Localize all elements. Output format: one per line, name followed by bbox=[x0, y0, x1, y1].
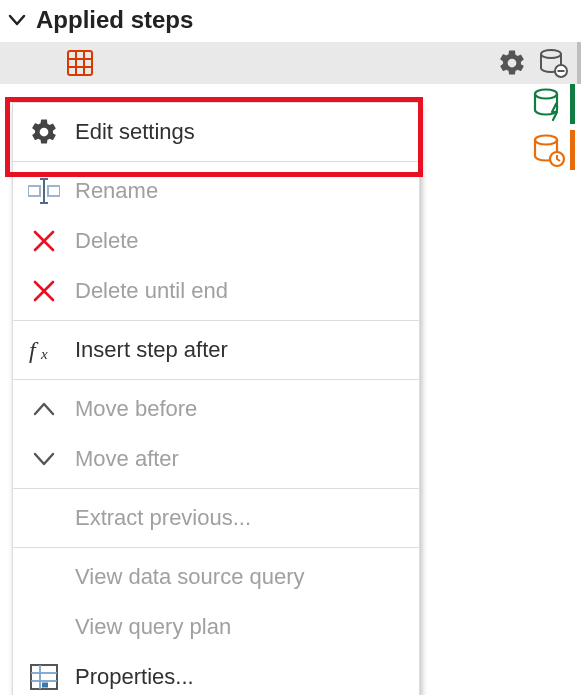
database-lightning-icon[interactable] bbox=[530, 86, 566, 122]
menu-view-query-plan: View query plan bbox=[13, 602, 419, 652]
menu-label: Properties... bbox=[75, 664, 194, 690]
database-remove-icon[interactable] bbox=[537, 47, 569, 79]
menu-label: Delete bbox=[75, 228, 139, 254]
svg-rect-0 bbox=[68, 51, 92, 75]
svg-point-5 bbox=[541, 50, 561, 58]
menu-rename: Rename bbox=[13, 166, 419, 216]
context-menu: Edit settings Rename Delete bbox=[12, 102, 420, 695]
gear-icon[interactable] bbox=[497, 48, 527, 78]
side-step-icons bbox=[511, 84, 581, 170]
svg-text:f: f bbox=[29, 337, 39, 363]
menu-label: View query plan bbox=[75, 614, 231, 640]
table-icon bbox=[66, 49, 94, 77]
svg-text:x: x bbox=[40, 346, 48, 362]
chevron-down-icon bbox=[27, 442, 61, 476]
svg-point-9 bbox=[535, 136, 557, 145]
gear-icon bbox=[27, 115, 61, 149]
chevron-up-icon bbox=[27, 392, 61, 426]
rename-icon bbox=[27, 174, 61, 208]
menu-move-after: Move after bbox=[13, 434, 419, 484]
menu-delete-until-end: Delete until end bbox=[13, 266, 419, 316]
separator bbox=[13, 379, 419, 380]
menu-delete: Delete bbox=[13, 216, 419, 266]
chevron-down-icon bbox=[6, 9, 28, 31]
svg-rect-20 bbox=[42, 683, 48, 688]
database-clock-icon[interactable] bbox=[530, 132, 566, 168]
menu-label: Extract previous... bbox=[75, 505, 251, 531]
svg-point-8 bbox=[535, 90, 557, 99]
properties-icon bbox=[27, 660, 61, 694]
x-icon bbox=[27, 224, 61, 258]
svg-rect-11 bbox=[28, 186, 40, 196]
separator bbox=[13, 547, 419, 548]
menu-label: Insert step after bbox=[75, 337, 228, 363]
panel-title: Applied steps bbox=[36, 6, 193, 34]
applied-steps-header[interactable]: Applied steps bbox=[0, 0, 581, 42]
x-icon bbox=[27, 274, 61, 308]
fx-icon: f x bbox=[27, 333, 61, 367]
menu-extract-previous: Extract previous... bbox=[13, 493, 419, 543]
steps-area: Edit settings Rename Delete bbox=[0, 42, 581, 84]
menu-insert-step-after[interactable]: f x Insert step after bbox=[13, 325, 419, 375]
menu-edit-settings[interactable]: Edit settings bbox=[13, 107, 419, 157]
separator bbox=[13, 161, 419, 162]
menu-label: Edit settings bbox=[75, 119, 195, 145]
separator bbox=[13, 488, 419, 489]
menu-label: Delete until end bbox=[75, 278, 228, 304]
menu-label: Move before bbox=[75, 396, 197, 422]
svg-rect-12 bbox=[48, 186, 60, 196]
menu-properties[interactable]: Properties... bbox=[13, 652, 419, 695]
step-row-selected[interactable] bbox=[0, 42, 581, 84]
menu-label: View data source query bbox=[75, 564, 305, 590]
accent-bar bbox=[570, 84, 575, 124]
menu-label: Move after bbox=[75, 446, 179, 472]
menu-move-before: Move before bbox=[13, 384, 419, 434]
step-toolbar bbox=[497, 47, 577, 79]
separator bbox=[13, 320, 419, 321]
menu-label: Rename bbox=[75, 178, 158, 204]
menu-view-data-source-query: View data source query bbox=[13, 552, 419, 602]
accent-bar bbox=[570, 130, 575, 170]
